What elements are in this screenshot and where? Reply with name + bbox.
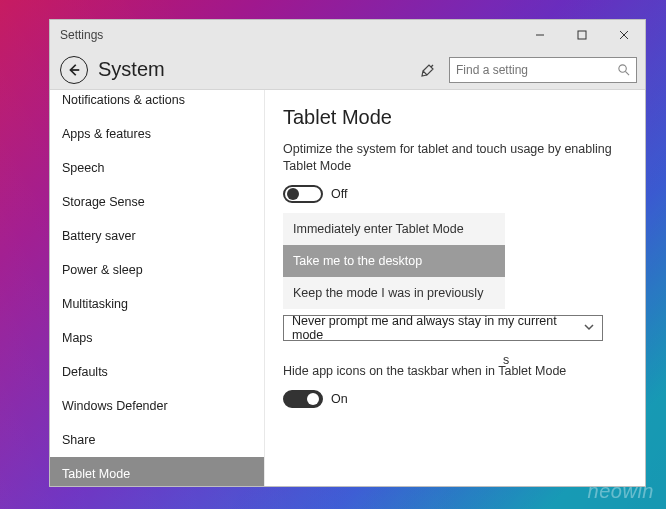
svg-rect-1 xyxy=(578,31,586,39)
sidebar-item-maps[interactable]: Maps xyxy=(50,321,264,355)
sidebar-item-defaults[interactable]: Defaults xyxy=(50,355,264,389)
pin-button[interactable] xyxy=(417,59,439,81)
select-value: Never prompt me and always stay in my cu… xyxy=(292,314,584,342)
sidebar-item-share[interactable]: Share xyxy=(50,423,264,457)
signin-dropdown-open: Immediately enter Tablet Mode Take me to… xyxy=(283,213,505,309)
toggle-thumb xyxy=(287,188,299,200)
hide-icons-toggle[interactable]: On xyxy=(283,390,627,408)
close-button[interactable] xyxy=(603,20,645,50)
minimize-button[interactable] xyxy=(519,20,561,50)
pin-icon xyxy=(420,62,436,78)
settings-window: Settings System Notifications & ac xyxy=(49,19,646,487)
sidebar-item-multitasking[interactable]: Multitasking xyxy=(50,287,264,321)
optimize-description: Optimize the system for tablet and touch… xyxy=(283,141,613,175)
maximize-icon xyxy=(577,30,587,40)
toggle-thumb xyxy=(307,393,319,405)
content-pane: Tablet Mode Optimize the system for tabl… xyxy=(265,90,645,486)
body: Notifications & actions Apps & features … xyxy=(50,90,645,486)
minimize-icon xyxy=(535,30,545,40)
sidebar-item-speech[interactable]: Speech xyxy=(50,151,264,185)
content-heading: Tablet Mode xyxy=(283,106,627,129)
toggle-label-off: Off xyxy=(331,187,347,201)
signin-option-0[interactable]: Immediately enter Tablet Mode xyxy=(283,213,505,245)
sidebar-item-battery[interactable]: Battery saver xyxy=(50,219,264,253)
signin-option-2[interactable]: Keep the mode I was in previously xyxy=(283,277,505,309)
sidebar-item-power[interactable]: Power & sleep xyxy=(50,253,264,287)
search-box[interactable] xyxy=(449,57,637,83)
toggle-track-on xyxy=(283,390,323,408)
obscured-text-fragment: s xyxy=(503,353,509,367)
window-title: Settings xyxy=(60,28,103,42)
toggle-track-off xyxy=(283,185,323,203)
toggle-label-on: On xyxy=(331,392,348,406)
back-arrow-icon xyxy=(67,63,81,77)
page-title: System xyxy=(98,58,165,81)
titlebar: Settings xyxy=(50,20,645,50)
sidebar: Notifications & actions Apps & features … xyxy=(50,90,265,486)
header: System xyxy=(50,50,645,90)
sidebar-item-apps[interactable]: Apps & features xyxy=(50,117,264,151)
tablet-mode-toggle[interactable]: Off xyxy=(283,185,627,203)
sidebar-item-notifications[interactable]: Notifications & actions xyxy=(50,90,264,117)
svg-point-6 xyxy=(619,65,626,72)
sidebar-item-defender[interactable]: Windows Defender xyxy=(50,389,264,423)
hide-icons-description: Hide app icons on the taskbar when in Ta… xyxy=(283,363,613,380)
svg-line-5 xyxy=(431,65,433,67)
svg-line-7 xyxy=(625,71,629,75)
search-icon xyxy=(617,63,630,76)
search-input[interactable] xyxy=(456,63,617,77)
window-controls xyxy=(519,20,645,50)
maximize-button[interactable] xyxy=(561,20,603,50)
switch-mode-select[interactable]: Never prompt me and always stay in my cu… xyxy=(283,315,603,341)
back-button[interactable] xyxy=(60,56,88,84)
signin-option-1[interactable]: Take me to the desktop xyxy=(283,245,505,277)
sidebar-item-storage[interactable]: Storage Sense xyxy=(50,185,264,219)
chevron-down-icon xyxy=(584,321,594,335)
watermark: neowin xyxy=(588,480,654,503)
close-icon xyxy=(619,30,629,40)
sidebar-item-tablet-mode[interactable]: Tablet Mode xyxy=(50,457,264,486)
